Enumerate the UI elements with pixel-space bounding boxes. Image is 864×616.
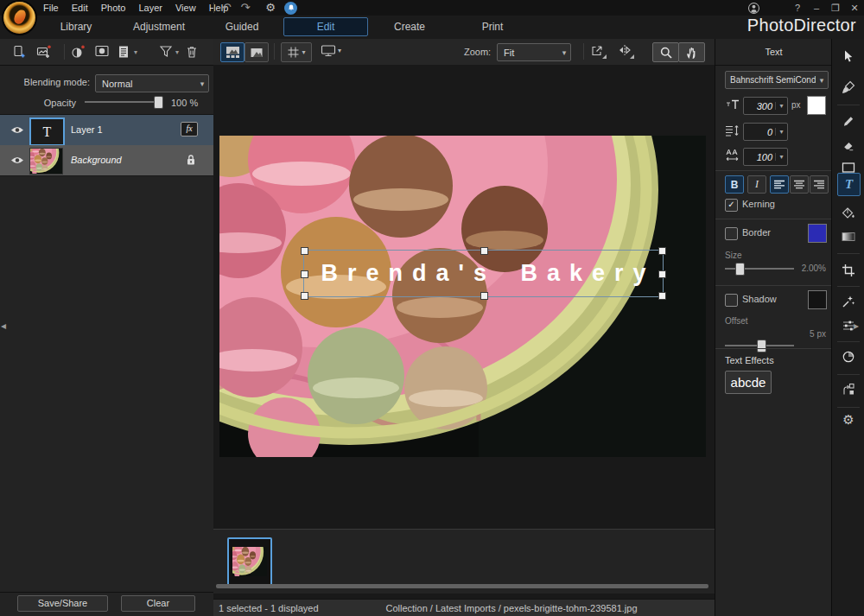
text-tool-selected[interactable]: T — [837, 173, 861, 196]
layer-menu-icon[interactable] — [118, 45, 130, 59]
layer-row-text[interactable]: T Layer 1 fx — [0, 115, 213, 145]
layer-visibility-eye-icon[interactable] — [10, 156, 24, 165]
grid-overlay-button[interactable]: ▾ — [281, 42, 312, 62]
zoom-tool-button[interactable] — [652, 42, 679, 62]
pan-tool-button[interactable] — [678, 42, 705, 62]
layer-mask-icon[interactable] — [95, 45, 109, 57]
pencil-tool-icon[interactable] — [842, 115, 855, 128]
kerning-checkbox[interactable]: ✓ — [725, 199, 738, 212]
resize-handle-sw[interactable] — [301, 292, 308, 300]
view-mode-single-button[interactable] — [245, 42, 269, 62]
tab-edit[interactable]: Edit — [283, 17, 368, 36]
line-spacing-input[interactable]: 0 ▾ — [743, 123, 788, 141]
menu-edit[interactable]: Edit — [72, 3, 88, 13]
settings-gear-icon[interactable]: ⚙ — [842, 412, 854, 428]
bucket-fill-tool-icon[interactable] — [842, 206, 855, 220]
display-mode-button[interactable]: ▾ — [321, 44, 341, 57]
resize-handle-n[interactable] — [480, 247, 488, 255]
rectangle-tool-icon[interactable] — [842, 162, 855, 174]
chevron-down-icon[interactable]: ▾ — [775, 128, 787, 136]
resize-handle-ne[interactable] — [658, 247, 666, 255]
gear-icon[interactable]: ⚙ — [262, 0, 279, 16]
chevron-down-icon[interactable]: ▾ — [131, 45, 140, 60]
chevron-down-icon[interactable]: ▾ — [775, 102, 787, 110]
border-size-slider[interactable] — [725, 263, 794, 274]
border-checkbox[interactable] — [725, 227, 738, 240]
filmstrip-thumbnail-selected[interactable] — [227, 537, 272, 586]
maximize-button[interactable]: ❐ — [826, 0, 845, 16]
help-button[interactable]: ? — [788, 0, 807, 16]
add-image-layer-icon[interactable] — [36, 45, 51, 59]
expand-right-panel-arrow[interactable]: ▸ — [854, 320, 859, 332]
crop-tool-icon[interactable] — [842, 264, 855, 277]
italic-button[interactable]: I — [747, 175, 766, 194]
filmstrip-scrollbar[interactable] — [216, 584, 708, 588]
text-color-swatch[interactable] — [807, 96, 826, 115]
filter-icon[interactable] — [159, 45, 173, 58]
character-spacing-input[interactable]: 100 ▾ — [743, 148, 788, 166]
layer-thumbnail[interactable]: T — [29, 117, 65, 146]
chevron-down-icon[interactable]: ▾ — [173, 45, 181, 60]
layer-thumbnail[interactable] — [29, 148, 63, 175]
tab-library[interactable]: Library — [35, 16, 118, 39]
adjustment-brush-tool-icon[interactable] — [842, 80, 856, 95]
menu-file[interactable]: File — [43, 3, 59, 13]
resize-handle-e[interactable] — [658, 270, 666, 278]
pointer-tool-icon[interactable] — [842, 49, 855, 63]
font-family-dropdown[interactable]: Bahnschrift SemiCond... ▾ — [725, 71, 829, 89]
add-layer-icon[interactable] — [12, 45, 26, 59]
opacity-slider[interactable] — [85, 96, 161, 107]
export-share-tool-icon[interactable] — [842, 383, 855, 397]
close-button[interactable]: ✕ — [845, 0, 864, 16]
slider-thumb[interactable] — [735, 263, 745, 276]
vignette-tool-icon[interactable] — [842, 350, 855, 364]
shadow-color-swatch[interactable] — [808, 290, 827, 309]
undo-icon[interactable]: ↶ — [218, 0, 235, 16]
adjustment-layer-icon[interactable] — [71, 45, 85, 59]
minimize-button[interactable]: – — [807, 0, 826, 16]
resize-handle-se[interactable] — [658, 292, 666, 300]
text-effect-preview[interactable]: abcde — [725, 371, 772, 394]
tab-guided[interactable]: Guided — [200, 16, 283, 39]
view-mode-filmstrip-button[interactable] — [220, 42, 245, 62]
canvas-text-object[interactable]: Brenda's Bakery — [311, 260, 655, 287]
bold-button[interactable]: B — [725, 175, 744, 194]
flip-button[interactable] — [618, 44, 635, 60]
eraser-tool-icon[interactable] — [842, 139, 855, 151]
layer-visibility-eye-icon[interactable] — [10, 125, 24, 135]
account-icon[interactable] — [741, 2, 766, 15]
save-share-button[interactable]: Save/Share — [17, 595, 108, 612]
zoom-dropdown[interactable]: Fit ▾ — [497, 43, 571, 61]
slider-thumb[interactable] — [757, 340, 766, 352]
menu-view[interactable]: View — [175, 3, 196, 13]
fx-badge[interactable]: fx — [181, 122, 198, 137]
gradient-tool-icon[interactable] — [842, 231, 855, 243]
font-size-input[interactable]: 300 ▾ — [743, 97, 788, 115]
align-center-button[interactable] — [790, 175, 809, 194]
menu-layer[interactable]: Layer — [138, 3, 162, 13]
layer-row-background[interactable]: Background — [0, 145, 213, 175]
slider-thumb[interactable] — [154, 96, 163, 109]
chevron-down-icon[interactable]: ▾ — [775, 153, 787, 161]
notification-bell-icon[interactable] — [284, 2, 297, 15]
align-left-button[interactable] — [770, 175, 789, 194]
shadow-checkbox[interactable] — [725, 294, 738, 307]
shadow-offset-slider[interactable] — [725, 340, 794, 351]
border-color-swatch[interactable] — [808, 224, 827, 243]
tab-create[interactable]: Create — [368, 16, 451, 39]
collapse-left-panel-arrow[interactable]: ◂ — [1, 320, 6, 332]
layer-name[interactable]: Layer 1 — [71, 124, 103, 135]
lock-icon[interactable] — [186, 154, 196, 166]
resize-handle-w[interactable] — [301, 270, 308, 278]
resize-handle-s[interactable] — [480, 292, 488, 300]
export-button[interactable] — [590, 44, 607, 60]
magic-wand-tool-icon[interactable] — [842, 295, 855, 308]
blending-mode-dropdown[interactable]: Normal ▾ — [95, 74, 209, 92]
clear-button[interactable]: Clear — [121, 595, 195, 612]
tab-adjustment[interactable]: Adjustment — [118, 16, 200, 39]
align-right-button[interactable] — [810, 175, 829, 194]
redo-icon[interactable]: ↷ — [237, 0, 254, 16]
delete-layer-icon[interactable] — [185, 45, 199, 59]
menu-photo[interactable]: Photo — [101, 3, 126, 13]
tab-print[interactable]: Print — [451, 16, 534, 39]
